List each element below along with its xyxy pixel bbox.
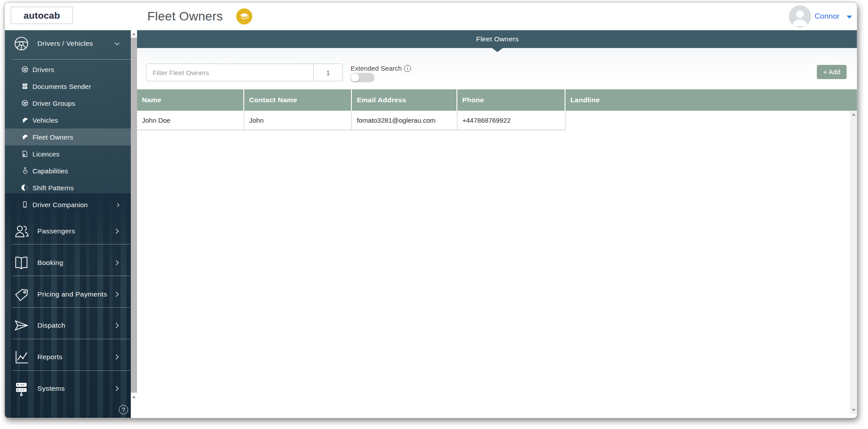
info-glyph: i bbox=[407, 66, 408, 71]
column-header-name[interactable]: Name bbox=[137, 89, 244, 111]
main-content: Fleet Owners 1 Extended Search i + Add N… bbox=[137, 30, 857, 418]
person-icon bbox=[789, 5, 811, 28]
sidebar-divider bbox=[12, 307, 130, 308]
tag-icon bbox=[12, 285, 30, 303]
people-icon bbox=[12, 222, 30, 240]
chevron-right-icon bbox=[113, 385, 121, 393]
add-button[interactable]: + Add bbox=[817, 65, 847, 79]
scrollbar-down-arrow[interactable] bbox=[850, 409, 857, 411]
chevron-down-icon[interactable] bbox=[113, 40, 121, 48]
extended-search-label-row: Extended Search i bbox=[351, 64, 411, 72]
column-header-contact-name[interactable]: Contact Name bbox=[244, 89, 352, 111]
cell-email[interactable]: fomato3281@oglerau.com bbox=[352, 111, 457, 130]
page-vertical-scrollbar[interactable] bbox=[131, 30, 137, 418]
sidebar-group-pricing-payments[interactable]: Pricing and Payments bbox=[5, 282, 131, 307]
sidebar-item-fleet-owners[interactable]: Fleet Owners bbox=[5, 128, 131, 145]
car-icon bbox=[20, 116, 29, 124]
book-icon bbox=[12, 254, 30, 272]
chevron-right-icon bbox=[113, 321, 121, 329]
user-avatar[interactable] bbox=[789, 5, 811, 28]
help-button[interactable]: ? bbox=[119, 405, 128, 414]
sidebar-group-label: Passengers bbox=[37, 227, 75, 235]
sidebar-item-capabilities[interactable]: Capabilities bbox=[5, 162, 131, 179]
scrollbar-down-arrow[interactable] bbox=[131, 394, 137, 401]
tutorial-badge-button[interactable] bbox=[236, 8, 252, 24]
scrollbar-up-arrow[interactable] bbox=[850, 113, 857, 116]
cell-contact-name[interactable]: John bbox=[244, 111, 352, 130]
car-icon bbox=[20, 133, 29, 141]
scrollbar-thumb[interactable] bbox=[131, 38, 137, 393]
page-title: Fleet Owners bbox=[147, 3, 223, 30]
cell-name[interactable]: John Doe bbox=[137, 111, 244, 130]
user-menu[interactable]: Connor bbox=[815, 3, 840, 30]
sidebar-item-label: Licences bbox=[32, 150, 60, 158]
sidebar-item-label: Driver Companion bbox=[32, 201, 88, 208]
sidebar-divider bbox=[12, 370, 130, 371]
sidebar-group-label: Systems bbox=[37, 385, 65, 393]
sidebar-item-shift-patterns[interactable]: Shift Patterns bbox=[5, 179, 131, 196]
sidebar-group-passengers[interactable]: Passengers bbox=[5, 219, 131, 244]
column-header-phone[interactable]: Phone bbox=[457, 89, 565, 111]
sidebar-item-label: Fleet Owners bbox=[32, 133, 73, 141]
sidebar-group-label: Drivers / Vehicles bbox=[37, 40, 93, 48]
column-header-landline[interactable]: Landline bbox=[565, 89, 857, 111]
autocab-logo-text: autocab bbox=[24, 10, 60, 21]
sidebar-group-label: Pricing and Payments bbox=[37, 290, 107, 298]
table-row[interactable]: John Doe John fomato3281@oglerau.com +44… bbox=[137, 111, 857, 130]
extended-search-toggle[interactable] bbox=[350, 73, 375, 82]
sidebar-group-label: Booking bbox=[37, 259, 63, 267]
chevron-right-icon bbox=[113, 259, 121, 267]
sidebar-group-label: Reports bbox=[37, 353, 62, 361]
sidebar-item-label: Shift Patterns bbox=[32, 184, 74, 192]
chevron-right-icon bbox=[113, 227, 121, 235]
table-vertical-scrollbar[interactable] bbox=[850, 111, 857, 414]
sidebar-item-driver-groups[interactable]: Driver Groups bbox=[5, 95, 131, 112]
toggle-knob[interactable] bbox=[351, 73, 359, 82]
sidebar-divider bbox=[12, 339, 130, 339]
sidebar-group-reports[interactable]: Reports bbox=[5, 345, 131, 369]
info-icon[interactable]: i bbox=[404, 65, 411, 72]
column-header-email[interactable]: Email Address bbox=[352, 89, 457, 111]
sidebar-group-systems[interactable]: Systems bbox=[5, 376, 131, 401]
filter-field-group: 1 bbox=[146, 64, 343, 81]
graduation-cap-icon bbox=[239, 11, 250, 22]
cell-phone[interactable]: +447868769922 bbox=[457, 111, 565, 130]
user-menu-caret-icon[interactable] bbox=[847, 16, 852, 19]
cell-landline[interactable] bbox=[565, 111, 857, 130]
result-count: 1 bbox=[313, 64, 343, 81]
filter-input[interactable] bbox=[146, 64, 313, 81]
licence-icon bbox=[20, 150, 29, 158]
scrollbar-track[interactable] bbox=[131, 401, 137, 418]
scrollbar-up-arrow[interactable] bbox=[131, 30, 137, 37]
sidebar-item-documents-sender[interactable]: Documents Sender bbox=[5, 78, 131, 95]
sidebar-group-dispatch[interactable]: Dispatch bbox=[5, 313, 131, 338]
chevron-right-icon bbox=[115, 202, 121, 208]
sidebar-divider bbox=[12, 276, 130, 276]
sidebar-item-label: Vehicles bbox=[32, 116, 58, 124]
steering-wheel-icon bbox=[20, 99, 29, 108]
sidebar-group-booking[interactable]: Booking bbox=[5, 250, 131, 275]
sidebar-item-drivers[interactable]: Drivers bbox=[5, 61, 131, 78]
sidebar-group-drivers-vehicles[interactable]: Drivers / Vehicles bbox=[5, 31, 131, 56]
sidebar-divider bbox=[12, 59, 131, 60]
tab-bar: Fleet Owners bbox=[137, 30, 857, 48]
sidebar-item-label: Documents Sender bbox=[32, 83, 91, 90]
wheelchair-icon bbox=[20, 167, 29, 175]
autocab-logo[interactable]: autocab bbox=[11, 7, 73, 24]
tab-fleet-owners[interactable]: Fleet Owners bbox=[137, 30, 857, 48]
paper-plane-icon bbox=[12, 317, 30, 334]
top-header: autocab Fleet Owners Connor bbox=[5, 3, 857, 30]
phone-icon bbox=[20, 200, 29, 209]
chevron-right-icon bbox=[113, 353, 121, 361]
sidebar-item-label: Drivers bbox=[32, 66, 54, 73]
steering-wheel-icon bbox=[20, 65, 29, 74]
sidebar-item-vehicles[interactable]: Vehicles bbox=[5, 112, 131, 128]
sidebar-item-driver-companion[interactable]: Driver Companion bbox=[5, 196, 131, 213]
chart-icon bbox=[12, 348, 30, 366]
sidebar-item-label: Driver Groups bbox=[32, 100, 75, 107]
sidebar-item-licences[interactable]: Licences bbox=[5, 145, 131, 162]
app-window: autocab Fleet Owners Connor bbox=[4, 2, 857, 418]
sidebar-nav: Drivers / Vehicles Drivers Documents Sen… bbox=[5, 30, 131, 418]
sidebar-item-label: Capabilities bbox=[32, 167, 68, 175]
extended-search-label: Extended Search bbox=[351, 64, 402, 72]
